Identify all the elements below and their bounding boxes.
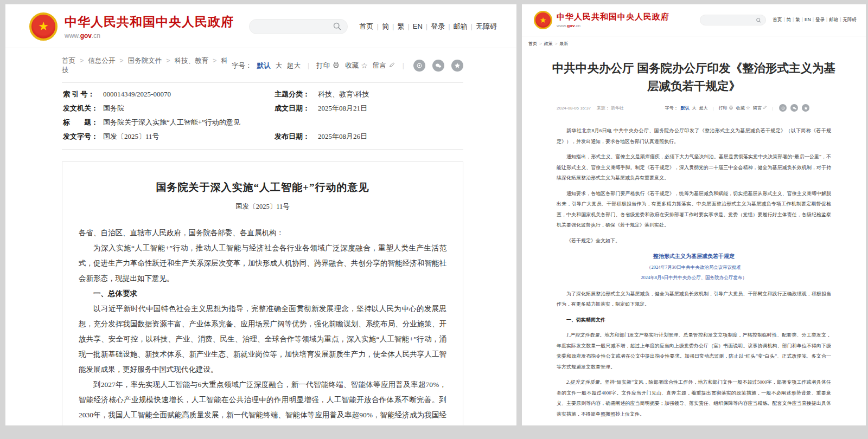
separator: > bbox=[80, 57, 84, 64]
article-title: 中共中央办公厅 国务院办公厅印发《整治形式主义为基层减负若干规定》 bbox=[552, 60, 835, 95]
left-document: 国务院关于深入实施“人工智能+”行动的意见 国发〔2025〕11号 各省、自治区… bbox=[62, 162, 463, 425]
separator: > bbox=[539, 41, 542, 46]
meta-label: 标 题： bbox=[63, 118, 103, 127]
search-box[interactable] bbox=[700, 15, 766, 25]
breadcrumb-item-1[interactable]: 信息公开 bbox=[88, 57, 115, 64]
breadcrumb-item-0[interactable]: 首页 bbox=[528, 41, 537, 46]
collect-button[interactable]: 收藏☆ bbox=[345, 61, 368, 70]
breadcrumb-item-2[interactable]: 最新 bbox=[559, 41, 568, 46]
site-url-www: www. bbox=[557, 23, 567, 28]
left-site-header: ★ 中华人民共和国中央人民政府 www.gov.cn 首页|简|繁|EN|登录|… bbox=[5, 4, 516, 48]
nav-link-1[interactable]: 简 bbox=[787, 17, 792, 22]
star-outline-icon: ☆ bbox=[746, 105, 750, 111]
wechat-icon[interactable] bbox=[790, 104, 798, 112]
site-brand[interactable]: ★ 中华人民共和国中央人民政府 www.gov.cn bbox=[534, 11, 669, 29]
breadcrumb: 首页>政策>最新 bbox=[528, 41, 570, 47]
publish-datetime: 2024-08-06 16:37 bbox=[557, 106, 591, 111]
document-meta-table: 索 引 号：000014349/2025-00070主题分类：科技、教育\科技发… bbox=[62, 82, 463, 150]
section-heading: 一、总体要求 bbox=[79, 286, 446, 301]
desktop-background: ★ 中华人民共和国中央人民政府 www.gov.cn 首页|简|繁|EN|登录|… bbox=[0, 0, 868, 439]
nav-link-0[interactable]: 首页 bbox=[360, 22, 374, 30]
search-input[interactable] bbox=[705, 16, 756, 24]
meta-label: 发文机关： bbox=[63, 104, 103, 113]
fontsize-xlarge[interactable]: 超大 bbox=[287, 61, 301, 70]
print-button[interactable]: 打印 bbox=[719, 105, 733, 111]
emblem-star-icon: ★ bbox=[540, 16, 547, 24]
separator: > bbox=[119, 57, 123, 64]
nav-link-6[interactable]: 无障碍 bbox=[843, 17, 857, 22]
separator: | bbox=[392, 22, 394, 30]
fontsize-xlarge[interactable]: 超大 bbox=[699, 105, 708, 111]
article-body: 新华社北京8月6日电 中共中央办公厅、国务院办公厅印发了《整治形式主义为基层减负… bbox=[557, 126, 831, 425]
favorite-star-icon[interactable] bbox=[451, 60, 463, 72]
meta-value: 2025年08月26日 bbox=[318, 132, 462, 141]
nav-link-0[interactable]: 首页 bbox=[773, 17, 782, 22]
fontsize-large[interactable]: 大 bbox=[692, 105, 697, 111]
document-number: 国发〔2025〕11号 bbox=[79, 202, 446, 211]
nav-link-6[interactable]: 无障碍 bbox=[476, 22, 497, 30]
separator: | bbox=[426, 22, 427, 30]
print-button[interactable]: 打印 bbox=[316, 61, 340, 70]
breadcrumb-item-3[interactable]: 科技、教育 bbox=[174, 57, 208, 64]
comment-button[interactable]: 留言 bbox=[753, 105, 767, 111]
separator: | bbox=[793, 17, 794, 22]
nav-link-3[interactable]: EN bbox=[805, 17, 811, 22]
section-heading: 一、切实精简文件 bbox=[557, 315, 831, 326]
divider: | bbox=[403, 62, 404, 69]
source-value[interactable]: 新华社 bbox=[611, 106, 624, 111]
meta-value: 2025年08月21日 bbox=[318, 104, 462, 113]
meta-label: 发布日期： bbox=[275, 132, 318, 141]
breadcrumb-item-1[interactable]: 政策 bbox=[544, 41, 553, 46]
search-icon[interactable] bbox=[333, 22, 342, 31]
collect-label: 收藏 bbox=[345, 61, 359, 70]
fontsize-large[interactable]: 大 bbox=[275, 61, 282, 70]
fontsize-default[interactable]: 默认 bbox=[681, 105, 690, 111]
top-nav: 首页|简|繁|EN|登录|邮箱|无障碍 bbox=[356, 22, 500, 31]
right-breadcrumb-row: 首页>政策>最新 bbox=[522, 36, 866, 50]
breadcrumb-item-0[interactable]: 首页 bbox=[62, 57, 75, 64]
paragraph: （2024年7月30日中共中央政治局会议审议批准 bbox=[557, 263, 831, 272]
breadcrumb-item-2[interactable]: 国务院文件 bbox=[128, 57, 162, 64]
paragraph: 整治形式主义为基层减负若干规定 bbox=[557, 251, 831, 262]
collect-label: 收藏 bbox=[736, 105, 745, 111]
paragraph: 1.严控文件数量。地方和部门发文严格实行计划管理、总量管控和发文立项制度，严格控… bbox=[557, 330, 831, 372]
paragraph-lead: 1.严控文件数量。 bbox=[566, 332, 604, 338]
nav-link-2[interactable]: 繁 bbox=[397, 22, 404, 30]
site-brand[interactable]: ★ 中华人民共和国中央人民政府 www.gov.cn bbox=[29, 12, 234, 41]
separator: | bbox=[802, 17, 803, 22]
comment-label: 留言 bbox=[373, 61, 386, 70]
paragraph-lead: 2.提升文件质量。 bbox=[566, 379, 605, 385]
comment-button[interactable]: 留言 bbox=[373, 61, 395, 70]
nav-link-2[interactable]: 繁 bbox=[795, 17, 800, 22]
collect-button[interactable]: 收藏☆ bbox=[736, 105, 750, 111]
nav-link-4[interactable]: 登录 bbox=[815, 17, 825, 22]
separator: | bbox=[826, 17, 827, 22]
article-date-source: 2024-08-06 16:37 来源： 新华社 bbox=[557, 105, 624, 111]
separator: > bbox=[166, 57, 170, 64]
wechat-icon[interactable] bbox=[432, 60, 444, 72]
nav-link-5[interactable]: 邮箱 bbox=[829, 17, 838, 22]
search-input[interactable] bbox=[257, 23, 333, 30]
nav-link-5[interactable]: 邮箱 bbox=[454, 22, 468, 30]
weibo-icon[interactable] bbox=[413, 60, 425, 72]
site-url-gov: gov bbox=[80, 32, 92, 40]
site-title: 中华人民共和国中央人民政府 bbox=[65, 14, 234, 30]
paragraph: 2024年8月6日中共中央办公厅、国务院办公厅发布） bbox=[557, 273, 831, 282]
favorite-star-icon[interactable] bbox=[802, 104, 809, 112]
search-icon[interactable] bbox=[756, 17, 762, 23]
nav-link-3[interactable]: EN bbox=[413, 22, 423, 30]
top-nav: 首页|简|繁|EN|登录|邮箱|无障碍 bbox=[771, 17, 858, 23]
page-tools: 字号： 默认 大 超大 | 打印 收藏☆ 留言 | bbox=[232, 60, 463, 72]
nav-link-4[interactable]: 登录 bbox=[431, 22, 445, 30]
right-site-header: ★ 中华人民共和国中央人民政府 www.gov.cn 首页|简|繁|EN|登录|… bbox=[522, 4, 866, 36]
search-box[interactable] bbox=[249, 19, 348, 34]
meta-label: 发文字号： bbox=[63, 132, 103, 141]
fontsize-default[interactable]: 默认 bbox=[257, 61, 270, 70]
separator: | bbox=[813, 17, 814, 22]
pencil-icon bbox=[388, 61, 395, 70]
weibo-icon[interactable] bbox=[779, 104, 787, 112]
nav-link-1[interactable]: 简 bbox=[382, 22, 389, 30]
paragraph: 通知指出，形式主义、官僚主义是顽瘴痼疾，必须下大力气坚决纠治。基层是贯彻落实党中… bbox=[557, 152, 831, 184]
left-breadcrumb-toolbar-row: 首页>信息公开>国务院文件>科技、教育>科技 字号： 默认 大 超大 | 打印 … bbox=[5, 48, 516, 81]
separator: | bbox=[377, 22, 379, 30]
